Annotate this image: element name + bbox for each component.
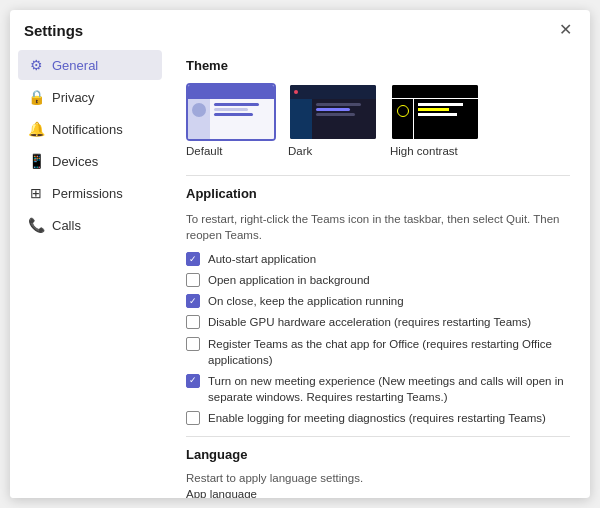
divider-2 <box>186 436 570 437</box>
theme-options: Default <box>186 83 570 157</box>
main-content: Theme <box>170 46 590 498</box>
theme-label-high-contrast: High contrast <box>390 145 458 157</box>
checkbox-label-register_chat: Register Teams as the chat app for Offic… <box>208 336 570 368</box>
checkbox-open_bg[interactable] <box>186 273 200 287</box>
checkbox-row-on_close: On close, keep the application running <box>186 293 570 309</box>
phone-icon: 📞 <box>28 217 44 233</box>
theme-section-title: Theme <box>186 58 570 73</box>
checkbox-row-logging: Enable logging for meeting diagnostics (… <box>186 410 570 426</box>
window-title: Settings <box>24 22 83 39</box>
permissions-icon: ⊞ <box>28 185 44 201</box>
checkbox-label-auto_start: Auto-start application <box>208 251 316 267</box>
sidebar: ⚙ General 🔒 Privacy 🔔 Notifications 📱 De… <box>10 46 170 498</box>
app-language-label: App language <box>186 488 570 498</box>
sidebar-item-calls[interactable]: 📞 Calls <box>18 210 162 240</box>
application-description: To restart, right-click the Teams icon i… <box>186 211 570 243</box>
sidebar-label-permissions: Permissions <box>52 186 123 201</box>
checkbox-label-new_meeting: Turn on new meeting experience (New meet… <box>208 373 570 405</box>
checkbox-label-open_bg: Open application in background <box>208 272 370 288</box>
checkbox-disable_gpu[interactable] <box>186 315 200 329</box>
checkbox-row-register_chat: Register Teams as the chat app for Offic… <box>186 336 570 368</box>
settings-window: Settings ✕ ⚙ General 🔒 Privacy 🔔 Notific… <box>10 10 590 498</box>
divider-1 <box>186 175 570 176</box>
checkbox-register_chat[interactable] <box>186 337 200 351</box>
sidebar-item-general[interactable]: ⚙ General <box>18 50 162 80</box>
checkbox-label-logging: Enable logging for meeting diagnostics (… <box>208 410 546 426</box>
theme-option-high-contrast[interactable]: High contrast <box>390 83 480 157</box>
theme-label-dark: Dark <box>288 145 312 157</box>
checkboxes-container: Auto-start applicationOpen application i… <box>186 251 570 426</box>
checkbox-label-disable_gpu: Disable GPU hardware acceleration (requi… <box>208 314 531 330</box>
theme-label-default: Default <box>186 145 222 157</box>
checkbox-row-disable_gpu: Disable GPU hardware acceleration (requi… <box>186 314 570 330</box>
sidebar-label-calls: Calls <box>52 218 81 233</box>
checkbox-row-auto_start: Auto-start application <box>186 251 570 267</box>
close-button[interactable]: ✕ <box>555 20 576 40</box>
device-icon: 📱 <box>28 153 44 169</box>
checkbox-auto_start[interactable] <box>186 252 200 266</box>
lock-icon: 🔒 <box>28 89 44 105</box>
checkbox-on_close[interactable] <box>186 294 200 308</box>
bell-icon: 🔔 <box>28 121 44 137</box>
titlebar: Settings ✕ <box>10 10 590 46</box>
sidebar-item-notifications[interactable]: 🔔 Notifications <box>18 114 162 144</box>
theme-thumb-dark <box>288 83 378 141</box>
sidebar-item-privacy[interactable]: 🔒 Privacy <box>18 82 162 112</box>
sidebar-label-general: General <box>52 58 98 73</box>
checkbox-label-on_close: On close, keep the application running <box>208 293 404 309</box>
theme-thumb-default <box>186 83 276 141</box>
sidebar-label-notifications: Notifications <box>52 122 123 137</box>
theme-option-dark[interactable]: Dark <box>288 83 378 157</box>
sidebar-item-permissions[interactable]: ⊞ Permissions <box>18 178 162 208</box>
application-section-title: Application <box>186 186 570 201</box>
checkbox-logging[interactable] <box>186 411 200 425</box>
sidebar-label-privacy: Privacy <box>52 90 95 105</box>
checkbox-new_meeting[interactable] <box>186 374 200 388</box>
language-description: Restart to apply language settings. <box>186 472 570 484</box>
sidebar-label-devices: Devices <box>52 154 98 169</box>
gear-icon: ⚙ <box>28 57 44 73</box>
language-section-title: Language <box>186 447 570 462</box>
checkbox-row-new_meeting: Turn on new meeting experience (New meet… <box>186 373 570 405</box>
theme-thumb-high-contrast <box>390 83 480 141</box>
checkbox-row-open_bg: Open application in background <box>186 272 570 288</box>
content-area: ⚙ General 🔒 Privacy 🔔 Notifications 📱 De… <box>10 46 590 498</box>
sidebar-item-devices[interactable]: 📱 Devices <box>18 146 162 176</box>
theme-option-default[interactable]: Default <box>186 83 276 157</box>
